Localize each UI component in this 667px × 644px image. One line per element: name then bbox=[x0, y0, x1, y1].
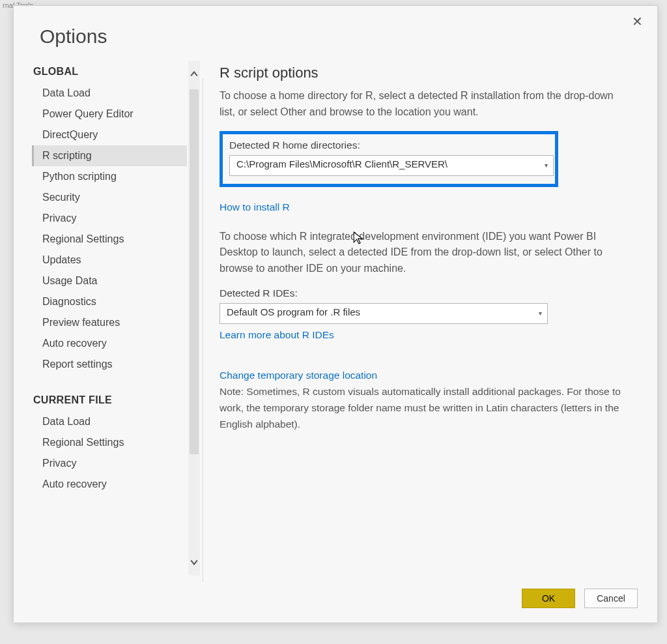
sidebar-item-diagnostics[interactable]: Diagnostics bbox=[32, 291, 187, 312]
r-home-label: Detected R home directories: bbox=[229, 139, 548, 151]
sidebar-section-global: GLOBAL bbox=[32, 61, 187, 83]
sidebar-section-current-file: CURRENT FILE bbox=[32, 389, 187, 411]
vertical-separator bbox=[203, 79, 203, 582]
sidebar-item-directquery[interactable]: DirectQuery bbox=[32, 124, 187, 145]
sidebar-item-privacy[interactable]: Privacy bbox=[32, 208, 187, 229]
panel-heading: R script options bbox=[220, 65, 631, 81]
ide-description-text: To choose which R integrated development… bbox=[220, 229, 631, 277]
sidebar-item-regional-settings[interactable]: Regional Settings bbox=[32, 229, 187, 250]
learn-ide-link[interactable]: Learn more about R IDEs bbox=[220, 329, 334, 341]
change-temp-storage-link[interactable]: Change temporary storage location bbox=[220, 370, 377, 381]
scroll-down-icon[interactable] bbox=[188, 556, 200, 568]
sidebar-item-security[interactable]: Security bbox=[32, 187, 187, 208]
ok-button[interactable]: OK bbox=[522, 589, 575, 608]
sidebar-item-auto-recovery[interactable]: Auto recovery bbox=[32, 333, 187, 354]
cancel-button[interactable]: Cancel bbox=[584, 589, 638, 608]
main-panel: R script options To choose a home direct… bbox=[200, 61, 657, 576]
r-ide-select-value: Default OS program for .R files bbox=[227, 306, 360, 317]
temp-storage-note: Note: Sometimes, R custom visuals automa… bbox=[220, 384, 631, 432]
sidebar-item-usage-data[interactable]: Usage Data bbox=[32, 271, 187, 291]
sidebar-item-preview-features[interactable]: Preview features bbox=[32, 312, 187, 333]
r-home-select-value: C:\Program Files\Microsoft\R Client\R_SE… bbox=[236, 158, 447, 169]
sidebar-item-cf-regional-settings[interactable]: Regional Settings bbox=[32, 432, 187, 453]
dialog-title: Options bbox=[40, 25, 657, 48]
sidebar-item-report-settings[interactable]: Report settings bbox=[32, 354, 187, 375]
chevron-down-icon: ▾ bbox=[545, 162, 548, 169]
scrollbar-thumb[interactable] bbox=[190, 89, 199, 454]
options-dialog: ✕ Options GLOBAL Data Load Power Query E… bbox=[13, 5, 658, 623]
sidebar-scrollbar[interactable] bbox=[188, 61, 200, 576]
sidebar-item-cf-privacy[interactable]: Privacy bbox=[32, 453, 187, 474]
r-ide-select[interactable]: Default OS program for .R files ▾ bbox=[220, 303, 548, 324]
r-home-highlight: Detected R home directories: C:\Program … bbox=[220, 131, 558, 187]
sidebar-item-data-load[interactable]: Data Load bbox=[32, 83, 187, 104]
sidebar-item-r-scripting[interactable]: R scripting bbox=[32, 145, 187, 166]
sidebar-item-cf-auto-recovery[interactable]: Auto recovery bbox=[32, 474, 187, 495]
chevron-down-icon: ▾ bbox=[539, 310, 542, 317]
scroll-up-icon[interactable] bbox=[188, 68, 200, 80]
sidebar-item-python-scripting[interactable]: Python scripting bbox=[32, 166, 187, 187]
sidebar-item-power-query-editor[interactable]: Power Query Editor bbox=[32, 104, 187, 124]
sidebar-item-updates[interactable]: Updates bbox=[32, 250, 187, 271]
dialog-footer: OK Cancel bbox=[522, 589, 638, 608]
sidebar: GLOBAL Data Load Power Query Editor Dire… bbox=[32, 61, 200, 576]
sidebar-item-cf-data-load[interactable]: Data Load bbox=[32, 411, 187, 432]
install-r-link[interactable]: How to install R bbox=[220, 201, 290, 213]
close-icon[interactable]: ✕ bbox=[627, 12, 648, 31]
panel-intro-text: To choose a home directory for R, select… bbox=[220, 88, 631, 121]
r-home-select[interactable]: C:\Program Files\Microsoft\R Client\R_SE… bbox=[229, 155, 554, 176]
r-ide-label: Detected R IDEs: bbox=[220, 287, 631, 299]
